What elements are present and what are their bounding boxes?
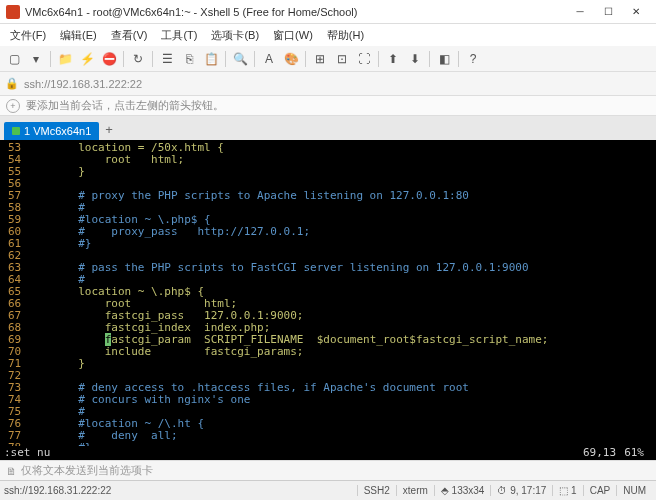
separator — [378, 51, 379, 67]
toolbar: ▢ ▾ 📁 ⚡ ⛔ ↻ ☰ ⎘ 📋 🔍 A 🎨 ⊞ ⊡ ⛶ ⬆ ⬇ ◧ ? — [0, 46, 656, 72]
status-size: ⬘ 133x34 — [434, 485, 491, 496]
menu-item[interactable]: 窗口(W) — [267, 26, 319, 45]
separator — [458, 51, 459, 67]
plus-icon[interactable]: + — [6, 99, 20, 113]
color-icon[interactable]: 🎨 — [281, 49, 301, 69]
lock-icon: 🔒 — [4, 76, 20, 92]
close-button[interactable]: ✕ — [622, 2, 650, 22]
copy-icon[interactable]: ⎘ — [179, 49, 199, 69]
font-icon[interactable]: A — [259, 49, 279, 69]
separator — [254, 51, 255, 67]
status-ssh: SSH2 — [357, 485, 396, 496]
separator — [123, 51, 124, 67]
titlebar: VMc6x64n1 - root@VMc6x64n1:~ - Xshell 5 … — [0, 0, 656, 24]
code-area[interactable]: location = /50x.html { root html; } # pr… — [25, 140, 555, 446]
separator — [429, 51, 430, 67]
find-icon[interactable]: 🔍 — [230, 49, 250, 69]
dropdown-icon[interactable]: ▾ — [26, 49, 46, 69]
open-icon[interactable]: 📁 — [55, 49, 75, 69]
send-hint-text: 仅将文本发送到当前选项卡 — [21, 463, 153, 478]
status-num: NUM — [616, 485, 652, 496]
window-title: VMc6x64n1 - root@VMc6x64n1:~ - Xshell 5 … — [25, 6, 566, 18]
status-term: xterm — [396, 485, 434, 496]
session-hint-bar: + 要添加当前会话，点击左侧的箭头按钮。 — [0, 96, 656, 116]
tabbar: 1 VMc6x64n1 + — [0, 116, 656, 140]
disconnect-icon[interactable]: ⛔ — [99, 49, 119, 69]
script-icon[interactable]: ◧ — [434, 49, 454, 69]
cmd-text: :set nu — [4, 446, 583, 460]
properties-icon[interactable]: ☰ — [157, 49, 177, 69]
menu-item[interactable]: 编辑(E) — [54, 26, 103, 45]
new-icon[interactable]: ▢ — [4, 49, 24, 69]
add-tab-button[interactable]: + — [99, 119, 119, 140]
status-cap: CAP — [583, 485, 617, 496]
separator — [50, 51, 51, 67]
connect-icon[interactable]: ⚡ — [77, 49, 97, 69]
download-icon[interactable]: ⬇ — [405, 49, 425, 69]
address-text[interactable]: ssh://192.168.31.222:22 — [24, 78, 652, 90]
reconnect-icon[interactable]: ↻ — [128, 49, 148, 69]
line-gutter: 5354555657585960616263646566676869707172… — [0, 140, 25, 446]
menu-item[interactable]: 帮助(H) — [321, 26, 370, 45]
window-controls: ─ ☐ ✕ — [566, 2, 650, 22]
maximize-button[interactable]: ☐ — [594, 2, 622, 22]
menu-item[interactable]: 查看(V) — [105, 26, 154, 45]
session-status-icon — [12, 127, 20, 135]
paste-icon[interactable]: 📋 — [201, 49, 221, 69]
doc-icon: 🗎 — [6, 465, 17, 477]
hint-text: 要添加当前会话，点击左侧的箭头按钮。 — [26, 98, 224, 113]
separator — [305, 51, 306, 67]
scroll-percent: 61% — [624, 446, 644, 460]
status-sessions: ⬚ 1 — [552, 485, 582, 496]
status-connection: ssh://192.168.31.222:22 — [4, 485, 357, 496]
view1-icon[interactable]: ⊞ — [310, 49, 330, 69]
separator — [225, 51, 226, 67]
menu-item[interactable]: 工具(T) — [155, 26, 203, 45]
separator — [152, 51, 153, 67]
upload-icon[interactable]: ⬆ — [383, 49, 403, 69]
menu-item[interactable]: 文件(F) — [4, 26, 52, 45]
app-icon — [6, 5, 20, 19]
view2-icon[interactable]: ⊡ — [332, 49, 352, 69]
status-time: ⏱ 9, 17:17 — [490, 485, 552, 496]
help-icon[interactable]: ? — [463, 49, 483, 69]
fullscreen-icon[interactable]: ⛶ — [354, 49, 374, 69]
send-hint-bar: 🗎 仅将文本发送到当前选项卡 — [0, 460, 656, 480]
addressbar: 🔒 ssh://192.168.31.222:22 — [0, 72, 656, 96]
cursor-position: 69,13 — [583, 446, 616, 460]
tab-label: 1 VMc6x64n1 — [24, 125, 91, 137]
vim-command-line[interactable]: :set nu 69,13 61% — [0, 446, 656, 460]
menubar: 文件(F)编辑(E)查看(V)工具(T)选项卡(B)窗口(W)帮助(H) — [0, 24, 656, 46]
menu-item[interactable]: 选项卡(B) — [205, 26, 265, 45]
terminal-editor[interactable]: 5354555657585960616263646566676869707172… — [0, 140, 656, 446]
session-tab[interactable]: 1 VMc6x64n1 — [4, 122, 99, 140]
minimize-button[interactable]: ─ — [566, 2, 594, 22]
statusbar: ssh://192.168.31.222:22 SSH2 xterm ⬘ 133… — [0, 480, 656, 500]
